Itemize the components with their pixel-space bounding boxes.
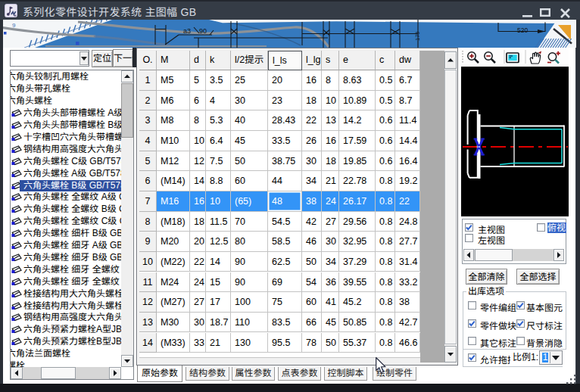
svg-text:a3: a3 [183, 27, 191, 35]
svg-text:175: 175 [414, 31, 421, 41]
svg-text:520: 520 [517, 26, 528, 34]
svg-text:9: 9 [12, 22, 16, 29]
svg-text:90: 90 [199, 27, 207, 35]
